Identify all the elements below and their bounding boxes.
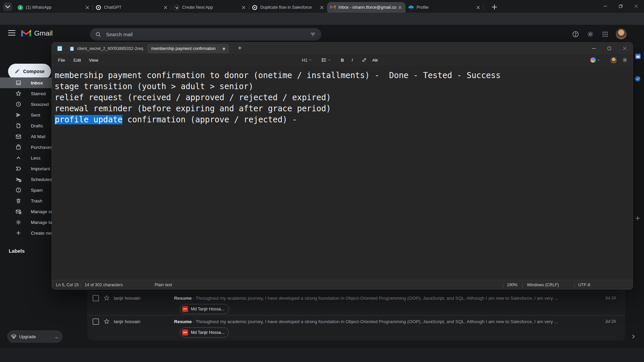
trash-icon xyxy=(15,198,21,204)
browser-tabs: 1 (1) WhatsApp ChatGPT Create Next App D… xyxy=(15,0,484,13)
gear-icon xyxy=(15,219,21,225)
window-minimize-button[interactable] xyxy=(598,0,613,12)
nextjs-favicon xyxy=(174,5,179,10)
notepad-tabbar: client_secret_2_60053885332-2reqe52rribm… xyxy=(52,43,633,54)
tab-close-icon[interactable] xyxy=(85,5,90,10)
labels-header: Labels xyxy=(9,248,25,254)
main-menu-icon[interactable] xyxy=(8,30,15,36)
compose-button[interactable]: Compose xyxy=(8,64,51,79)
account-avatar[interactable] xyxy=(616,28,627,39)
star-icon[interactable] xyxy=(104,318,110,324)
browser-tab[interactable]: Duplicate flow in Salesforce xyxy=(249,2,327,13)
taskbar: 78°F Mostly sunny Search SC:\PCTaskPro 2… xyxy=(0,348,644,362)
notepad-maximize-button[interactable] xyxy=(601,43,617,54)
tab-title: Create Next App xyxy=(182,5,241,10)
menu-file[interactable]: File xyxy=(55,56,68,64)
chatgpt-favicon xyxy=(252,5,258,10)
email-sender: tanjir hossain xyxy=(114,296,174,301)
tab-close-icon[interactable] xyxy=(241,5,247,10)
notepad-text-area[interactable]: membership payment confirmation to donor… xyxy=(52,65,633,280)
browser-tab[interactable]: ChatGPT xyxy=(93,2,171,13)
tab-title: Profile xyxy=(417,5,475,10)
search-options-icon[interactable] xyxy=(310,32,316,38)
list-style-dropdown[interactable] xyxy=(320,56,333,64)
menu-edit[interactable]: Edit xyxy=(70,56,84,64)
add-panel-icon[interactable] xyxy=(635,215,641,222)
sidebar-item-label: Scheduled xyxy=(31,177,52,182)
side-panel-toggle-icon[interactable] xyxy=(631,334,636,339)
notepad-account-avatar[interactable] xyxy=(609,56,619,64)
link-button[interactable] xyxy=(360,56,369,64)
browser-tab[interactable]: 1 (1) WhatsApp xyxy=(15,2,93,13)
heading-label: H1 xyxy=(302,58,308,63)
copilot-icon xyxy=(590,57,596,63)
menu-view[interactable]: View xyxy=(86,56,102,64)
browser-tabstrip: 1 (1) WhatsApp ChatGPT Create Next App D… xyxy=(0,0,644,13)
notepad-tab-title: client_secret_2_60053885332-2reqe52rrib xyxy=(77,46,143,51)
clear-formatting-button[interactable]: Ab xyxy=(371,56,379,64)
email-row[interactable]: tanjir hossain Resume - Throughout my ac… xyxy=(87,292,625,315)
attachment-chip[interactable]: PDF Md Tanjir Hossa... xyxy=(180,304,229,314)
browser-tab[interactable]: Create Next App xyxy=(171,2,249,13)
spam-icon xyxy=(15,187,21,193)
sidebar-item-label: Starred xyxy=(31,91,46,96)
arrow-right-icon: → xyxy=(54,334,59,340)
allmail-icon xyxy=(15,133,21,139)
tab-close-icon[interactable] xyxy=(475,5,481,10)
notepad-settings-icon[interactable] xyxy=(620,56,630,64)
tasks-icon[interactable] xyxy=(635,76,641,82)
tab-close-icon[interactable] xyxy=(397,5,403,10)
notepad-tab-title: membership payment confirmation xyxy=(151,46,220,51)
upgrade-button[interactable]: Upgrade → xyxy=(7,330,62,343)
sidebar-item-label: Purchases xyxy=(31,145,52,150)
bold-button[interactable]: B xyxy=(339,56,345,64)
tab-close-icon[interactable] xyxy=(163,5,168,10)
heading-style-dropdown[interactable]: H1 xyxy=(300,56,314,64)
encoding: UTF-8 xyxy=(578,283,590,287)
browser-tab[interactable]: Inbox - ishann.tforce@gmail.co xyxy=(327,2,406,13)
browser-toolbar: mail.google.com/mail/u/0/?ogbl#inbox xyxy=(0,13,644,25)
notepad-minimize-button[interactable] xyxy=(586,43,601,54)
new-tab-button[interactable] xyxy=(490,3,498,11)
notepad-tab[interactable]: membership payment confirmation xyxy=(147,44,229,53)
pdf-icon: PDF xyxy=(182,329,188,336)
whatsapp-favicon: 1 xyxy=(17,5,23,10)
notepad-tab[interactable]: client_secret_2_60053885332-2reqe52rrib xyxy=(65,44,147,53)
calendar-icon[interactable] xyxy=(635,53,641,60)
select-checkbox[interactable] xyxy=(93,295,99,301)
window-close-button[interactable] xyxy=(629,0,644,12)
attachment-name: Md Tanjir Hossa... xyxy=(191,330,224,335)
notepad-tabs: client_secret_2_60053885332-2reqe52rribm… xyxy=(65,43,229,54)
email-date: Jul 24 xyxy=(605,319,616,324)
mailminus-icon xyxy=(15,208,21,215)
google-apps-grid-icon[interactable] xyxy=(601,30,609,38)
notepad-new-tab-icon[interactable] xyxy=(237,45,243,51)
window-restore-button[interactable] xyxy=(613,0,628,12)
sidebar-item-label: Inbox xyxy=(31,80,43,85)
star-icon[interactable] xyxy=(104,295,110,301)
settings-gear-icon[interactable] xyxy=(586,30,594,38)
notepad-statusbar: Ln 5, Col 15 14 of 302 characters Plain … xyxy=(52,280,633,290)
line-ending: Windows (CRLF) xyxy=(527,283,559,287)
notepad-window: client_secret_2_60053885332-2reqe52rribm… xyxy=(52,42,633,290)
upgrade-label: Upgrade xyxy=(19,334,36,339)
tab-search-button[interactable] xyxy=(3,2,12,11)
search-placeholder[interactable]: Search mail xyxy=(106,32,310,37)
mail-search-bar[interactable]: Search mail xyxy=(90,28,321,41)
zoom-level[interactable]: 190% xyxy=(507,283,518,287)
copilot-button[interactable] xyxy=(589,56,602,64)
sidebar-item-label: Trash xyxy=(31,198,42,203)
select-checkbox[interactable] xyxy=(93,318,99,325)
compose-label: Compose xyxy=(23,69,45,74)
italic-button[interactable]: I xyxy=(350,56,355,64)
search-icon[interactable] xyxy=(95,32,101,38)
chevup-icon xyxy=(15,155,21,161)
tab-title: Inbox - ishann.tforce@gmail.co xyxy=(338,5,397,10)
attachment-chip[interactable]: PDF Md Tanjir Hossa... xyxy=(180,327,229,338)
notepad-close-button[interactable] xyxy=(617,43,632,54)
tab-title: (1) WhatsApp xyxy=(26,5,85,10)
help-icon[interactable] xyxy=(572,30,580,38)
browser-tab[interactable]: Profile xyxy=(406,2,484,13)
email-row[interactable]: tanjir hossain Resume - Throughout my ac… xyxy=(87,315,625,339)
tab-close-icon[interactable] xyxy=(319,5,325,10)
